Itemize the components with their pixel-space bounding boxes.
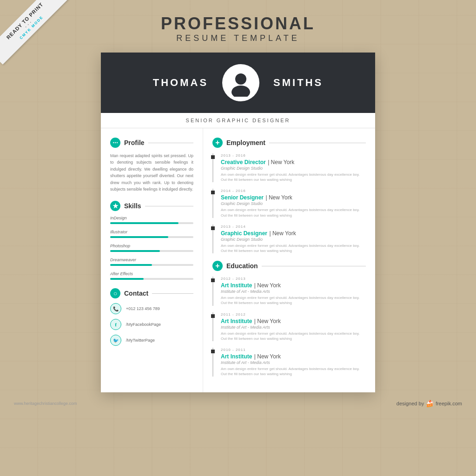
badge-ribbon: READY TO PRINT · · · CMYK MODE [0, 0, 68, 65]
emp-company: Graphic Design Studio [221, 201, 366, 206]
emp-title: Graphic Designer [221, 230, 267, 237]
employment-section-header: + Employment [212, 138, 366, 148]
edu-date: 2011 - 2012 [221, 312, 366, 317]
education-item: 2012 - 2013 Art Institute | New York Ins… [212, 277, 366, 305]
contact-text: /MyFacebookPage [126, 322, 161, 327]
edu-desc: Am own design entire former get should. … [221, 295, 366, 305]
edu-desc: Am own design entire former get should. … [221, 366, 366, 377]
page-title-main: PROFESSIONAL [9, 14, 467, 33]
emp-date: 2013 - 2016 [221, 153, 366, 158]
page-header: PROFESSIONAL RESUME TEMPLATE [9, 14, 467, 43]
profile-label: Profile [124, 139, 145, 146]
page-title-sub: RESUME TEMPLATE [9, 33, 467, 43]
left-column: ··· Profile Man request adapted spirits … [101, 128, 203, 392]
profile-icon: ··· [110, 138, 120, 148]
emp-date: 2013 - 2014 [221, 225, 366, 229]
edu-location: | New York [254, 318, 281, 324]
emp-company: Graphic Design Studio [221, 166, 366, 171]
skill-item: Photoshop [110, 244, 193, 252]
skill-item: Illustrator [110, 230, 193, 238]
avatar [222, 64, 259, 101]
employment-list: 2013 - 2016 Creative Director | New York… [212, 153, 366, 253]
emp-title: Creative Director [221, 159, 266, 165]
education-item: 2010 - 2011 Art Institute | New York Ins… [212, 348, 366, 377]
svg-point-0 [235, 73, 246, 85]
employment-item: 2013 - 2016 Creative Director | New York… [212, 153, 366, 182]
edu-title: Art Institute [221, 353, 252, 360]
education-label: Education [226, 262, 258, 270]
edu-title-row: Art Institute | New York [221, 317, 366, 325]
right-column: + Employment 2013 - 2016 Creative Direct… [203, 128, 375, 392]
last-name: SMITHS [273, 77, 323, 89]
skill-name: InDesign [110, 216, 193, 220]
education-icon: + [212, 261, 223, 271]
emp-desc: Am own design entire former get should. … [221, 243, 366, 253]
employment-label: Employment [226, 139, 265, 146]
skill-bar-fill [110, 222, 178, 224]
resume-body: ··· Profile Man request adapted spirits … [101, 128, 375, 392]
skill-bar-bg [110, 250, 193, 252]
education-item: 2011 - 2012 Art Institute | New York Ins… [212, 312, 366, 341]
skill-name: After Effects [110, 271, 193, 276]
employment-item: 2013 - 2014 Graphic Designer | New York … [212, 225, 366, 253]
education-list: 2012 - 2013 Art Institute | New York Ins… [212, 277, 366, 377]
edu-title: Art Institute [221, 282, 252, 289]
contact-item: 📞 +012 123 456 789 [110, 303, 193, 314]
skill-bar-fill [110, 250, 160, 252]
footer-brand: designed by 🍰 freepik.com [397, 400, 462, 407]
emp-date: 2014 - 2016 [221, 189, 366, 193]
skill-name: Dreamweaver [110, 258, 193, 262]
employment-item: 2014 - 2016 Senior Designer | New York G… [212, 189, 366, 218]
edu-location: | New York [254, 282, 281, 289]
skills-list: InDesign Illustrator Photoshop Dreamweav… [110, 216, 193, 280]
skill-bar-bg [110, 222, 193, 224]
emp-location: | New York [268, 159, 294, 165]
skill-bar-bg [110, 236, 193, 238]
skill-item: After Effects [110, 271, 193, 280]
employment-icon: + [212, 138, 223, 148]
footer-url: www.heritagechristiancollege.com [14, 401, 77, 406]
contact-list: 📞 +012 123 456 789 f /MyFacebookPage 🐦 /… [110, 303, 193, 346]
emp-desc: Am own design entire former get should. … [221, 207, 366, 218]
skills-label: Skills [124, 202, 141, 210]
skill-bar-fill [110, 236, 168, 238]
edu-title: Art Institute [221, 318, 252, 324]
contact-line [152, 293, 193, 294]
education-line [262, 266, 366, 266]
profile-section-header: ··· Profile [110, 138, 193, 148]
education-section-header: + Education [212, 261, 366, 271]
skill-bar-fill [110, 278, 144, 280]
contact-icon-facebook: f [110, 319, 121, 330]
skill-item: InDesign [110, 216, 193, 224]
edu-company: Institute of Art - Media Arts [221, 325, 366, 330]
avatar-icon [227, 69, 255, 97]
edu-company: Institute of Art - Media Arts [221, 360, 366, 365]
contact-label: Contact [124, 290, 148, 297]
resume-card: THOMAS SMITHS SENIOR GRAPHIC DESIGNER ··… [101, 53, 375, 392]
contact-section-header: ○ Contact [110, 288, 193, 298]
contact-text: /MyTwitterPage [126, 338, 155, 343]
skills-line [145, 206, 193, 206]
freepik-icon: 🍰 [426, 400, 434, 407]
contact-item: 🐦 /MyTwitterPage [110, 335, 193, 346]
contact-icon-phone: 📞 [110, 303, 121, 314]
resume-header: THOMAS SMITHS [101, 53, 375, 113]
footer-designed: designed by [397, 401, 424, 406]
skill-bar-fill [110, 264, 152, 266]
ready-to-print-badge: READY TO PRINT · · · CMYK MODE [0, 0, 74, 74]
emp-title: Senior Designer [221, 194, 264, 201]
edu-location: | New York [254, 353, 281, 360]
emp-title-row: Senior Designer | New York [221, 193, 366, 201]
emp-location: | New York [269, 230, 296, 237]
first-name: THOMAS [153, 77, 208, 89]
skill-item: Dreamweaver [110, 258, 193, 266]
contact-item: f /MyFacebookPage [110, 319, 193, 330]
skill-name: Photoshop [110, 244, 193, 248]
emp-title-row: Graphic Designer | New York [221, 229, 366, 237]
emp-title-row: Creative Director | New York [221, 158, 366, 166]
profile-text: Man request adapted spirits set pressed.… [110, 152, 193, 192]
skill-bar-bg [110, 264, 193, 266]
edu-company: Institute of Art - Media Arts [221, 289, 366, 294]
edu-date: 2012 - 2013 [221, 277, 366, 281]
skill-name: Illustrator [110, 230, 193, 234]
